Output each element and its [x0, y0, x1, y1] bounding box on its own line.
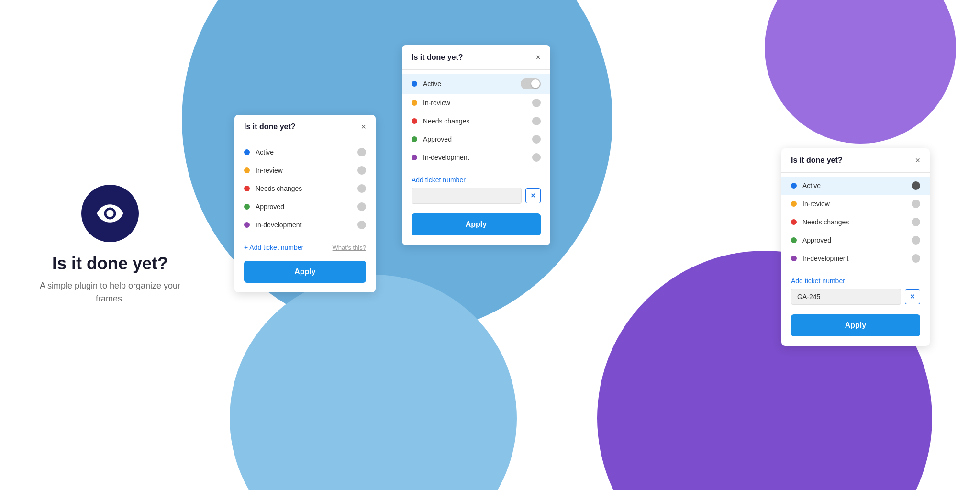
radio-indevelopment-2[interactable] [532, 153, 541, 162]
card-2-ticket-input[interactable] [412, 188, 522, 204]
label-active-3: Active [802, 182, 912, 189]
label-approved: Approved [256, 203, 357, 211]
card-1-option-needschanges[interactable]: Needs changes [234, 179, 376, 198]
card-3-header: Is it done yet? × [781, 148, 930, 173]
logo-circle [81, 185, 139, 242]
radio-indevelopment[interactable] [357, 221, 366, 229]
label-indevelopment: In-development [256, 221, 357, 229]
card-3-option-inreview[interactable]: In-review [781, 195, 930, 213]
label-needschanges: Needs changes [256, 185, 357, 192]
card-3-ticket-input-row: × [791, 289, 920, 305]
card-3-option-list: Active In-review Needs changes Approved … [781, 173, 930, 271]
card-1-add-ticket-row: + Add ticket number What's this? [244, 244, 366, 251]
dot-inreview [244, 167, 250, 173]
card-3-add-ticket-section: Add ticket number × [781, 271, 930, 311]
card-3: Is it done yet? × Active In-review Needs… [781, 148, 930, 346]
card-3-option-needschanges[interactable]: Needs changes [781, 213, 930, 231]
dot-needschanges-3 [791, 219, 797, 225]
label-indevelopment-2: In-development [423, 154, 532, 161]
card-1-whats-this[interactable]: What's this? [333, 244, 366, 251]
card-3-close-button[interactable]: × [915, 156, 920, 165]
toggle-knob-2 [531, 79, 540, 88]
dot-needschanges [244, 186, 250, 191]
card-2: Is it done yet? × Active In-review Needs… [402, 45, 550, 245]
dot-approved [244, 204, 250, 210]
label-approved-2: Approved [423, 135, 532, 143]
dot-indevelopment-3 [791, 256, 797, 261]
toggle-active-2[interactable] [521, 78, 541, 89]
card-1-add-ticket-section: + Add ticket number What's this? [234, 238, 376, 257]
radio-active-3[interactable] [912, 181, 920, 190]
card-1-title: Is it done yet? [244, 122, 296, 131]
card-1-add-ticket-link[interactable]: + Add ticket number [244, 244, 303, 251]
card-2-option-indevelopment[interactable]: In-development [402, 148, 550, 167]
label-approved-3: Approved [802, 236, 912, 244]
radio-approved-3[interactable] [912, 236, 920, 245]
dot-inreview-3 [791, 201, 797, 207]
card-2-option-needschanges[interactable]: Needs changes [402, 112, 550, 130]
eye-icon [96, 199, 124, 228]
blob-purple2 [765, 0, 956, 144]
radio-inreview-2[interactable] [532, 99, 541, 107]
dot-approved-3 [791, 237, 797, 243]
card-2-header: Is it done yet? × [402, 45, 550, 70]
card-2-option-inreview[interactable]: In-review [402, 94, 550, 112]
card-1-option-active[interactable]: Active [234, 143, 376, 161]
dot-inreview-2 [412, 100, 417, 106]
dot-indevelopment-2 [412, 155, 417, 160]
card-2-option-list: Active In-review Needs changes Approved … [402, 70, 550, 170]
card-3-option-approved[interactable]: Approved [781, 231, 930, 249]
card-1-option-approved[interactable]: Approved [234, 198, 376, 216]
card-3-add-ticket-link[interactable]: Add ticket number [791, 277, 920, 285]
card-2-add-ticket-link[interactable]: Add ticket number [412, 176, 541, 184]
dot-approved-2 [412, 136, 417, 142]
card-3-option-active[interactable]: Active [781, 177, 930, 195]
card-3-ticket-input[interactable] [791, 289, 901, 305]
dot-active [244, 149, 250, 155]
radio-needschanges-3[interactable] [912, 218, 920, 226]
card-2-title: Is it done yet? [412, 53, 463, 62]
card-1-close-button[interactable]: × [361, 122, 366, 131]
label-inreview-2: In-review [423, 99, 532, 107]
dot-active-3 [791, 183, 797, 189]
card-1-option-indevelopment[interactable]: In-development [234, 216, 376, 234]
dot-indevelopment [244, 222, 250, 228]
label-indevelopment-3: In-development [802, 255, 912, 262]
card-3-ticket-clear-button[interactable]: × [905, 289, 920, 304]
label-active: Active [256, 148, 357, 156]
card-2-ticket-input-row: × [412, 188, 541, 204]
radio-approved-2[interactable] [532, 135, 541, 144]
label-inreview-3: In-review [802, 200, 912, 208]
label-active-2: Active [423, 80, 521, 88]
card-2-ticket-clear-button[interactable]: × [525, 188, 541, 203]
card-3-title: Is it done yet? [791, 156, 843, 165]
dot-active-2 [412, 81, 417, 87]
card-3-option-indevelopment[interactable]: In-development [781, 249, 930, 267]
card-1: Is it done yet? × Active In-review Needs… [234, 115, 376, 292]
card-1-header: Is it done yet? × [234, 115, 376, 139]
card-2-apply-button[interactable]: Apply [412, 213, 541, 235]
card-2-option-approved[interactable]: Approved [402, 130, 550, 148]
app-title: Is it done yet? [38, 254, 182, 274]
radio-inreview-3[interactable] [912, 200, 920, 208]
card-2-option-active[interactable]: Active [402, 74, 550, 94]
card-3-apply-button[interactable]: Apply [791, 314, 920, 336]
label-needschanges-2: Needs changes [423, 117, 532, 125]
label-needschanges-3: Needs changes [802, 218, 912, 226]
radio-approved[interactable] [357, 202, 366, 211]
radio-indevelopment-3[interactable] [912, 254, 920, 263]
radio-inreview[interactable] [357, 166, 366, 175]
card-2-close-button[interactable]: × [535, 53, 541, 62]
card-1-option-inreview[interactable]: In-review [234, 161, 376, 179]
dot-needschanges-2 [412, 118, 417, 124]
left-section: Is it done yet? A simple plugin to help … [38, 185, 182, 305]
card-1-apply-button[interactable]: Apply [244, 261, 366, 283]
radio-needschanges[interactable] [357, 184, 366, 193]
label-inreview: In-review [256, 167, 357, 174]
card-2-add-ticket-section: Add ticket number × [402, 170, 550, 210]
app-subtitle: A simple plugin to help organize your fr… [38, 279, 182, 305]
radio-active[interactable] [357, 148, 366, 156]
radio-needschanges-2[interactable] [532, 117, 541, 125]
card-1-option-list: Active In-review Needs changes Approved … [234, 139, 376, 238]
